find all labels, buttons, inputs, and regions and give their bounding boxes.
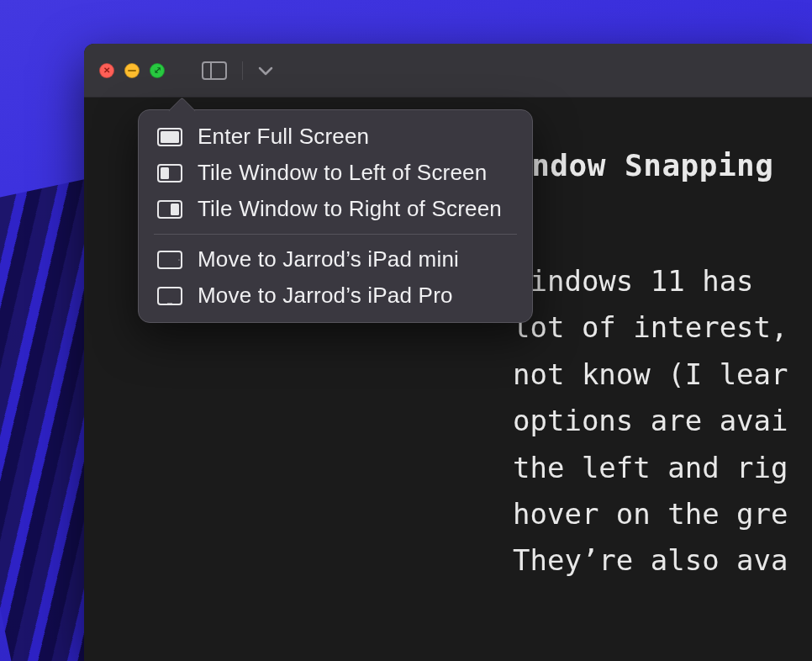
menu-item-label: Tile Window to Left of Screen [198,160,487,186]
menu-item-move-to-ipad-mini[interactable]: Move to Jarrod’s iPad mini [139,241,532,278]
zoom-button[interactable] [150,63,165,78]
menu-item-label: Move to Jarrod’s iPad Pro [198,283,453,309]
svg-rect-5 [161,167,169,179]
menu-separator [154,234,517,235]
menu-item-tile-right[interactable]: Tile Window to Right of Screen [139,191,532,227]
svg-rect-7 [171,204,179,215]
menu-item-label: Move to Jarrod’s iPad mini [198,246,459,272]
minimize-button[interactable] [124,63,140,78]
tile-left-icon [157,164,182,182]
window-titlebar [84,44,812,98]
sidebar-toggle-icon[interactable] [202,61,227,80]
fullscreen-icon [157,128,182,146]
ipad-icon [157,251,182,269]
menu-item-move-to-ipad-pro[interactable]: Move to Jarrod’s iPad Pro [139,278,532,314]
chevron-down-icon[interactable] [258,66,273,76]
svg-rect-0 [203,62,226,79]
window-snap-menu: Enter Full Screen Tile Window to Left of… [138,109,533,323]
svg-rect-3 [161,131,179,143]
ipad-icon [157,287,182,305]
document-body: Windows 11 has lot of interest, not know… [513,258,812,584]
tile-right-icon [157,200,182,219]
close-button[interactable] [99,63,114,78]
document-heading: indow Snapping [513,148,812,182]
svg-rect-10 [158,288,182,304]
svg-point-9 [178,259,179,260]
menu-item-tile-left[interactable]: Tile Window to Left of Screen [139,155,532,191]
traffic-lights [99,63,165,78]
toolbar-separator [242,61,243,80]
menu-item-label: Tile Window to Right of Screen [198,196,502,222]
menu-item-enter-full-screen[interactable]: Enter Full Screen [139,119,532,155]
menu-item-label: Enter Full Screen [198,124,369,150]
svg-rect-8 [158,251,182,268]
toolbar [202,61,273,80]
